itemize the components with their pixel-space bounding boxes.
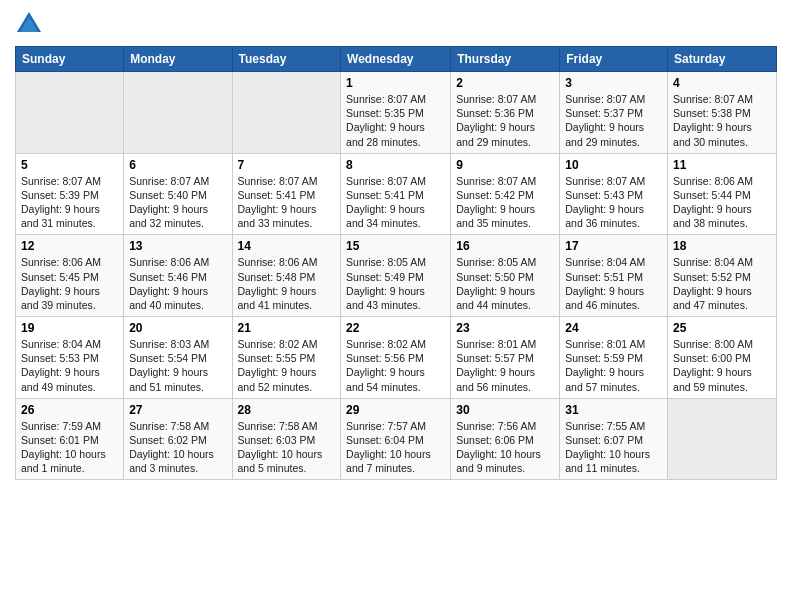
calendar-cell: 10Sunrise: 8:07 AMSunset: 5:43 PMDayligh… [560, 153, 668, 235]
week-row-3: 12Sunrise: 8:06 AMSunset: 5:45 PMDayligh… [16, 235, 777, 317]
day-number: 7 [238, 158, 336, 172]
calendar-cell: 23Sunrise: 8:01 AMSunset: 5:57 PMDayligh… [451, 317, 560, 399]
day-number: 4 [673, 76, 771, 90]
header-day-wednesday: Wednesday [341, 47, 451, 72]
day-number: 5 [21, 158, 118, 172]
calendar-cell: 2Sunrise: 8:07 AMSunset: 5:36 PMDaylight… [451, 72, 560, 154]
day-number: 16 [456, 239, 554, 253]
calendar-cell: 3Sunrise: 8:07 AMSunset: 5:37 PMDaylight… [560, 72, 668, 154]
day-number: 9 [456, 158, 554, 172]
header-day-monday: Monday [124, 47, 232, 72]
day-info: Sunrise: 8:07 AMSunset: 5:35 PMDaylight:… [346, 92, 445, 149]
calendar-cell: 31Sunrise: 7:55 AMSunset: 6:07 PMDayligh… [560, 398, 668, 480]
header-day-tuesday: Tuesday [232, 47, 341, 72]
day-number: 31 [565, 403, 662, 417]
calendar-table: SundayMondayTuesdayWednesdayThursdayFrid… [15, 46, 777, 480]
day-number: 28 [238, 403, 336, 417]
day-info: Sunrise: 8:04 AMSunset: 5:53 PMDaylight:… [21, 337, 118, 394]
day-number: 24 [565, 321, 662, 335]
calendar-cell: 5Sunrise: 8:07 AMSunset: 5:39 PMDaylight… [16, 153, 124, 235]
calendar-cell: 12Sunrise: 8:06 AMSunset: 5:45 PMDayligh… [16, 235, 124, 317]
day-info: Sunrise: 8:07 AMSunset: 5:40 PMDaylight:… [129, 174, 226, 231]
calendar-cell: 22Sunrise: 8:02 AMSunset: 5:56 PMDayligh… [341, 317, 451, 399]
header-day-sunday: Sunday [16, 47, 124, 72]
day-info: Sunrise: 7:58 AMSunset: 6:02 PMDaylight:… [129, 419, 226, 476]
day-info: Sunrise: 8:07 AMSunset: 5:39 PMDaylight:… [21, 174, 118, 231]
day-info: Sunrise: 8:07 AMSunset: 5:37 PMDaylight:… [565, 92, 662, 149]
calendar-cell: 27Sunrise: 7:58 AMSunset: 6:02 PMDayligh… [124, 398, 232, 480]
calendar-cell [668, 398, 777, 480]
calendar-cell: 6Sunrise: 8:07 AMSunset: 5:40 PMDaylight… [124, 153, 232, 235]
day-number: 19 [21, 321, 118, 335]
calendar-cell: 30Sunrise: 7:56 AMSunset: 6:06 PMDayligh… [451, 398, 560, 480]
header-day-thursday: Thursday [451, 47, 560, 72]
day-info: Sunrise: 7:55 AMSunset: 6:07 PMDaylight:… [565, 419, 662, 476]
day-info: Sunrise: 8:00 AMSunset: 6:00 PMDaylight:… [673, 337, 771, 394]
calendar-header: SundayMondayTuesdayWednesdayThursdayFrid… [16, 47, 777, 72]
calendar-cell [16, 72, 124, 154]
calendar-cell: 9Sunrise: 8:07 AMSunset: 5:42 PMDaylight… [451, 153, 560, 235]
day-number: 30 [456, 403, 554, 417]
day-info: Sunrise: 8:07 AMSunset: 5:43 PMDaylight:… [565, 174, 662, 231]
day-info: Sunrise: 7:57 AMSunset: 6:04 PMDaylight:… [346, 419, 445, 476]
calendar-cell: 24Sunrise: 8:01 AMSunset: 5:59 PMDayligh… [560, 317, 668, 399]
calendar-cell: 20Sunrise: 8:03 AMSunset: 5:54 PMDayligh… [124, 317, 232, 399]
calendar-cell: 25Sunrise: 8:00 AMSunset: 6:00 PMDayligh… [668, 317, 777, 399]
calendar-cell: 28Sunrise: 7:58 AMSunset: 6:03 PMDayligh… [232, 398, 341, 480]
logo [15, 10, 45, 38]
calendar-cell: 14Sunrise: 8:06 AMSunset: 5:48 PMDayligh… [232, 235, 341, 317]
day-info: Sunrise: 8:02 AMSunset: 5:55 PMDaylight:… [238, 337, 336, 394]
page: SundayMondayTuesdayWednesdayThursdayFrid… [0, 0, 792, 490]
day-info: Sunrise: 8:04 AMSunset: 5:52 PMDaylight:… [673, 255, 771, 312]
day-info: Sunrise: 8:01 AMSunset: 5:57 PMDaylight:… [456, 337, 554, 394]
day-info: Sunrise: 8:06 AMSunset: 5:48 PMDaylight:… [238, 255, 336, 312]
day-number: 23 [456, 321, 554, 335]
week-row-1: 1Sunrise: 8:07 AMSunset: 5:35 PMDaylight… [16, 72, 777, 154]
day-info: Sunrise: 8:05 AMSunset: 5:49 PMDaylight:… [346, 255, 445, 312]
week-row-2: 5Sunrise: 8:07 AMSunset: 5:39 PMDaylight… [16, 153, 777, 235]
day-number: 3 [565, 76, 662, 90]
header-day-saturday: Saturday [668, 47, 777, 72]
calendar-cell: 29Sunrise: 7:57 AMSunset: 6:04 PMDayligh… [341, 398, 451, 480]
day-number: 27 [129, 403, 226, 417]
day-info: Sunrise: 8:03 AMSunset: 5:54 PMDaylight:… [129, 337, 226, 394]
day-info: Sunrise: 8:04 AMSunset: 5:51 PMDaylight:… [565, 255, 662, 312]
day-number: 17 [565, 239, 662, 253]
calendar-cell: 18Sunrise: 8:04 AMSunset: 5:52 PMDayligh… [668, 235, 777, 317]
calendar-cell: 11Sunrise: 8:06 AMSunset: 5:44 PMDayligh… [668, 153, 777, 235]
day-number: 26 [21, 403, 118, 417]
day-info: Sunrise: 8:07 AMSunset: 5:38 PMDaylight:… [673, 92, 771, 149]
calendar-body: 1Sunrise: 8:07 AMSunset: 5:35 PMDaylight… [16, 72, 777, 480]
day-number: 29 [346, 403, 445, 417]
calendar-cell: 15Sunrise: 8:05 AMSunset: 5:49 PMDayligh… [341, 235, 451, 317]
day-number: 12 [21, 239, 118, 253]
calendar-cell: 8Sunrise: 8:07 AMSunset: 5:41 PMDaylight… [341, 153, 451, 235]
day-number: 18 [673, 239, 771, 253]
logo-icon [15, 10, 43, 38]
day-info: Sunrise: 8:06 AMSunset: 5:46 PMDaylight:… [129, 255, 226, 312]
header-day-friday: Friday [560, 47, 668, 72]
day-number: 15 [346, 239, 445, 253]
day-number: 2 [456, 76, 554, 90]
calendar-cell: 26Sunrise: 7:59 AMSunset: 6:01 PMDayligh… [16, 398, 124, 480]
day-info: Sunrise: 8:06 AMSunset: 5:45 PMDaylight:… [21, 255, 118, 312]
calendar-cell: 16Sunrise: 8:05 AMSunset: 5:50 PMDayligh… [451, 235, 560, 317]
day-number: 25 [673, 321, 771, 335]
calendar-cell: 19Sunrise: 8:04 AMSunset: 5:53 PMDayligh… [16, 317, 124, 399]
week-row-4: 19Sunrise: 8:04 AMSunset: 5:53 PMDayligh… [16, 317, 777, 399]
day-info: Sunrise: 8:06 AMSunset: 5:44 PMDaylight:… [673, 174, 771, 231]
week-row-5: 26Sunrise: 7:59 AMSunset: 6:01 PMDayligh… [16, 398, 777, 480]
day-number: 20 [129, 321, 226, 335]
day-info: Sunrise: 8:07 AMSunset: 5:36 PMDaylight:… [456, 92, 554, 149]
header [15, 10, 777, 38]
day-info: Sunrise: 8:01 AMSunset: 5:59 PMDaylight:… [565, 337, 662, 394]
day-info: Sunrise: 8:05 AMSunset: 5:50 PMDaylight:… [456, 255, 554, 312]
calendar-cell [232, 72, 341, 154]
day-number: 22 [346, 321, 445, 335]
day-info: Sunrise: 8:02 AMSunset: 5:56 PMDaylight:… [346, 337, 445, 394]
calendar-cell: 17Sunrise: 8:04 AMSunset: 5:51 PMDayligh… [560, 235, 668, 317]
day-number: 6 [129, 158, 226, 172]
header-row: SundayMondayTuesdayWednesdayThursdayFrid… [16, 47, 777, 72]
day-info: Sunrise: 8:07 AMSunset: 5:42 PMDaylight:… [456, 174, 554, 231]
day-info: Sunrise: 7:58 AMSunset: 6:03 PMDaylight:… [238, 419, 336, 476]
